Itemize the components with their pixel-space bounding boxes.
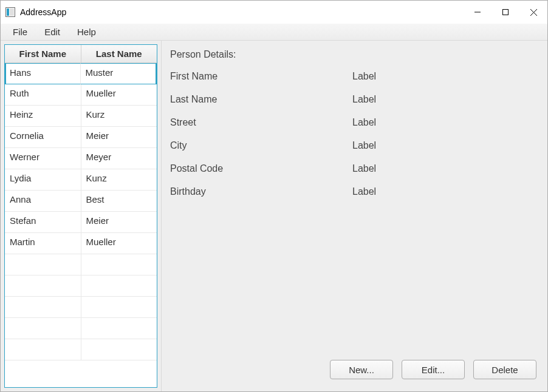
table-row[interactable] xyxy=(5,297,157,318)
table-row[interactable]: HansMuster xyxy=(5,63,157,84)
app-window: AddressApp File Edit Help First Name Las… xyxy=(0,0,548,392)
table-row[interactable] xyxy=(5,254,157,275)
table-header: First Name Last Name xyxy=(5,45,157,63)
cell-first-name: Stefan xyxy=(5,212,81,233)
svg-rect-4 xyxy=(503,10,509,15)
detail-value: Label xyxy=(352,117,536,128)
detail-label: Postal Code xyxy=(170,163,352,174)
cell-first-name xyxy=(5,318,81,339)
cell-last-name xyxy=(81,254,157,275)
cell-last-name xyxy=(81,297,157,318)
table-row[interactable] xyxy=(5,339,157,360)
table-row[interactable] xyxy=(5,275,157,297)
cell-last-name: Mueller xyxy=(81,84,157,106)
menu-help[interactable]: Help xyxy=(69,25,104,39)
cell-last-name: Meier xyxy=(81,212,157,233)
titlebar: AddressApp xyxy=(1,1,547,24)
cell-last-name: Muster xyxy=(81,63,157,84)
button-row: New... Edit... Delete xyxy=(170,360,536,383)
cell-last-name: Meier xyxy=(81,127,157,148)
detail-label: Birthday xyxy=(170,186,352,197)
cell-first-name: Heinz xyxy=(5,106,81,127)
left-pane: First Name Last Name HansMusterRuthMuell… xyxy=(1,41,161,391)
table-row[interactable]: HeinzKurz xyxy=(5,106,157,127)
cell-first-name: Lydia xyxy=(5,169,81,191)
cell-first-name: Werner xyxy=(5,148,81,169)
table-row[interactable]: AnnaBest xyxy=(5,191,157,212)
maximize-button[interactable] xyxy=(491,3,519,21)
table-row[interactable]: CorneliaMeier xyxy=(5,127,157,148)
table-row[interactable] xyxy=(5,318,157,339)
detail-label: City xyxy=(170,140,352,151)
edit-button[interactable]: Edit... xyxy=(402,360,465,379)
cell-first-name: Martin xyxy=(5,233,81,254)
detail-label: Street xyxy=(170,117,352,128)
cell-first-name: Cornelia xyxy=(5,127,81,148)
new-button[interactable]: New... xyxy=(330,360,393,379)
col-first-name[interactable]: First Name xyxy=(5,45,81,63)
cell-first-name: Hans xyxy=(5,63,81,84)
spacer xyxy=(170,197,536,360)
cell-last-name: Kunz xyxy=(81,169,157,191)
minimize-button[interactable] xyxy=(464,3,491,21)
detail-value: Label xyxy=(352,94,536,105)
table-row[interactable]: LydiaKunz xyxy=(5,169,157,191)
cell-last-name: Kurz xyxy=(81,106,157,127)
menu-file[interactable]: File xyxy=(4,25,36,39)
details-grid: First NameLabelLast NameLabelStreetLabel… xyxy=(170,71,536,197)
person-table[interactable]: First Name Last Name HansMusterRuthMuell… xyxy=(4,44,157,388)
cell-last-name: Mueller xyxy=(81,233,157,254)
cell-last-name: Best xyxy=(81,191,157,212)
detail-value: Label xyxy=(352,186,536,197)
details-title: Person Details: xyxy=(170,49,536,60)
cell-first-name: Ruth xyxy=(5,84,81,106)
svg-rect-1 xyxy=(7,8,9,16)
cell-last-name: Meyer xyxy=(81,148,157,169)
right-pane: Person Details: First NameLabelLast Name… xyxy=(161,41,547,391)
cell-first-name xyxy=(5,275,81,297)
svg-rect-2 xyxy=(10,8,14,16)
delete-button[interactable]: Delete xyxy=(473,360,536,379)
cell-last-name xyxy=(81,339,157,360)
menubar: File Edit Help xyxy=(1,24,547,41)
window-controls xyxy=(464,3,547,21)
table-body: HansMusterRuthMuellerHeinzKurzCorneliaMe… xyxy=(5,63,157,387)
cell-first-name xyxy=(5,254,81,275)
detail-label: Last Name xyxy=(170,94,352,105)
table-row[interactable]: WernerMeyer xyxy=(5,148,157,169)
detail-label: First Name xyxy=(170,71,352,82)
window-title: AddressApp xyxy=(20,7,464,17)
detail-value: Label xyxy=(352,71,536,82)
cell-last-name xyxy=(81,275,157,297)
cell-first-name: Anna xyxy=(5,191,81,212)
col-last-name[interactable]: Last Name xyxy=(81,45,157,63)
detail-value: Label xyxy=(352,163,536,174)
table-row[interactable]: MartinMueller xyxy=(5,233,157,254)
table-row[interactable]: StefanMeier xyxy=(5,212,157,233)
cell-last-name xyxy=(81,318,157,339)
app-icon xyxy=(5,7,15,17)
detail-value: Label xyxy=(352,140,536,151)
close-button[interactable] xyxy=(519,3,547,21)
cell-first-name xyxy=(5,339,81,360)
content-area: First Name Last Name HansMusterRuthMuell… xyxy=(1,41,547,391)
table-row[interactable]: RuthMueller xyxy=(5,84,157,106)
cell-first-name xyxy=(5,297,81,318)
menu-edit[interactable]: Edit xyxy=(36,25,69,39)
